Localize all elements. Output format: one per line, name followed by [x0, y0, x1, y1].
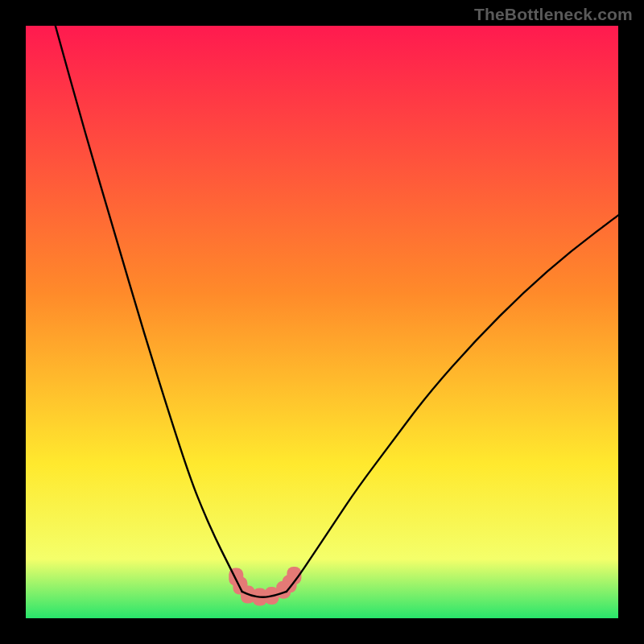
plot-area — [26, 26, 618, 618]
gradient-background — [26, 26, 618, 618]
watermark-text: TheBottleneck.com — [474, 5, 633, 24]
chart-frame: TheBottleneck.com — [0, 0, 644, 644]
chart-svg — [26, 26, 618, 618]
